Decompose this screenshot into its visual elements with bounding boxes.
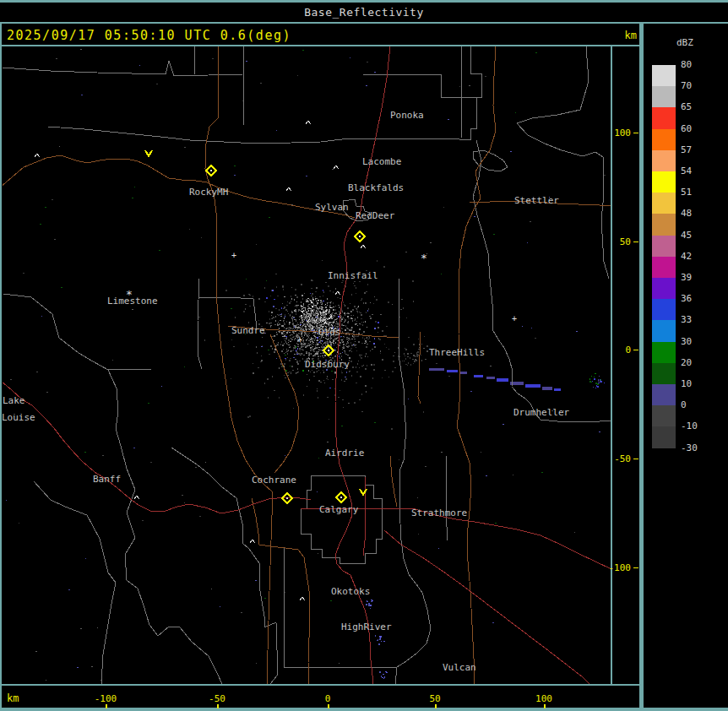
city-label: Blackfalds	[348, 182, 404, 193]
dbz-scale-tick-label: 65	[681, 102, 692, 112]
radar-echo-pixel	[266, 297, 268, 299]
radar-echo-pixel	[284, 320, 285, 321]
radar-echo-pixel	[412, 359, 414, 360]
radar-echo-pixel	[365, 321, 366, 323]
dbz-scale-swatch	[652, 171, 676, 193]
radar-echo-pixel	[335, 306, 336, 307]
radar-echo-pixel	[320, 316, 321, 318]
boundary-line	[2, 61, 243, 76]
radar-echo-pixel	[313, 329, 314, 330]
radar-echo-pixel	[284, 343, 285, 345]
radar-echo-pixel	[405, 358, 406, 360]
radar-echo-pixel	[400, 309, 402, 310]
radar-echo-pixel	[332, 379, 334, 380]
radar-echo-pixel	[311, 317, 312, 318]
radar-echo-pixel	[341, 282, 343, 283]
radar-echo-pixel	[296, 354, 298, 355]
radar-echo-pixel	[6, 500, 7, 501]
radar-echo-pixel	[300, 323, 301, 324]
radar-echo-pixel	[306, 347, 307, 348]
radar-echo-pixel	[349, 350, 350, 351]
radar-echo-pixel	[340, 353, 340, 355]
radar-echo-pixel	[322, 313, 323, 314]
radar-echo-pixel	[313, 321, 314, 322]
radar-echo-pixel	[469, 85, 470, 86]
radar-echo-pixel	[285, 352, 286, 353]
radar-echo-pixel	[274, 351, 275, 353]
radar-echo-pixel	[311, 288, 312, 289]
site-dot	[340, 497, 342, 498]
radar-echo-pixel	[299, 361, 301, 361]
radar-echo-pixel	[291, 296, 291, 297]
radar-echo-pixel	[354, 285, 356, 286]
radar-echo-pixel	[359, 328, 361, 330]
radar-echo-pixel	[291, 318, 293, 319]
radar-echo-pixel	[380, 636, 382, 638]
radar-echo-pixel	[329, 338, 329, 339]
radar-echo-pixel	[304, 326, 305, 327]
radar-echo-pixel	[327, 343, 329, 345]
radar-echo-pixel	[356, 336, 356, 337]
radar-echo-pixel	[336, 347, 337, 348]
radar-echo-pixel	[344, 304, 345, 305]
bottom-axis-tick	[217, 704, 219, 708]
radar-echo-pixel	[347, 316, 349, 318]
radar-echo-pixel	[301, 318, 302, 319]
radar-echo-pixel	[248, 294, 250, 295]
radar-echo-pixel	[329, 312, 330, 312]
radar-echo-pixel	[182, 495, 183, 496]
radar-echo-pixel	[327, 339, 329, 340]
road-line	[390, 456, 397, 507]
radar-echo-pixel	[264, 383, 265, 384]
radar-echo-pixel	[112, 360, 113, 361]
radar-echo-pixel	[288, 350, 289, 351]
radar-echo-pixel	[336, 354, 337, 355]
dbz-scale-tick-label: 51	[681, 187, 692, 198]
radar-echo-pixel	[356, 321, 357, 322]
radar-echo-pixel	[318, 344, 319, 345]
radar-echo-pixel	[353, 315, 354, 316]
radar-echo-pixel	[282, 345, 284, 346]
radar-echo-pixel	[233, 346, 235, 347]
radar-echo-pixel	[410, 353, 412, 354]
radar-echo-pixel	[291, 372, 291, 373]
radar-echo-pixel	[330, 338, 331, 339]
radar-echo-pixel	[405, 349, 407, 350]
radar-echo-pixel	[283, 289, 284, 290]
radar-echo-pixel	[310, 315, 312, 317]
radar-echo-pixel	[296, 362, 298, 363]
radar-echo-pixel	[327, 321, 329, 322]
radar-echo-pixel	[334, 313, 335, 314]
radar-echo-pixel	[293, 318, 295, 318]
dbz-scale-tick-label: 45	[681, 231, 692, 241]
radar-echo-pixel	[333, 323, 334, 324]
radar-echo-pixel	[356, 311, 358, 312]
radar-echo-pixel	[348, 345, 350, 347]
radar-echo-pixel	[394, 352, 395, 353]
radar-echo-pixel	[359, 312, 360, 312]
radar-echo-pixel	[271, 312, 273, 313]
radar-echo-pixel	[312, 320, 313, 321]
radar-echo-pixel	[291, 312, 293, 313]
radar-echo-pixel	[40, 224, 41, 225]
radar-echo-pixel	[599, 376, 600, 377]
radar-echo-pixel	[312, 343, 312, 344]
radar-echo-pixel	[317, 322, 318, 323]
radar-echo-pixel	[315, 291, 317, 292]
radar-echo-pixel	[307, 338, 308, 339]
radar-echo-pixel	[341, 379, 342, 381]
radar-map-viewport[interactable]: **+++PonokaLacombeBlackfaldsSylvanRedDee…	[0, 0, 728, 711]
radar-echo-pixel	[285, 355, 286, 356]
radar-echo-pixel	[350, 315, 352, 316]
radar-echo-pixel	[308, 304, 309, 305]
radar-echo-pixel	[311, 328, 312, 329]
radar-app-window: Base_Reflectivity 2025/09/17 05:50:10 UT…	[0, 0, 728, 711]
radar-echo-pixel	[347, 307, 349, 309]
radar-echo-pixel	[297, 75, 298, 76]
radar-echo-pixel	[330, 324, 331, 326]
radar-echo-pixel	[324, 383, 325, 383]
radar-echo-pixel	[339, 311, 340, 312]
radar-echo-pixel	[280, 320, 281, 321]
radar-echo-pixel	[481, 452, 481, 453]
radar-echo-pixel	[324, 314, 326, 315]
